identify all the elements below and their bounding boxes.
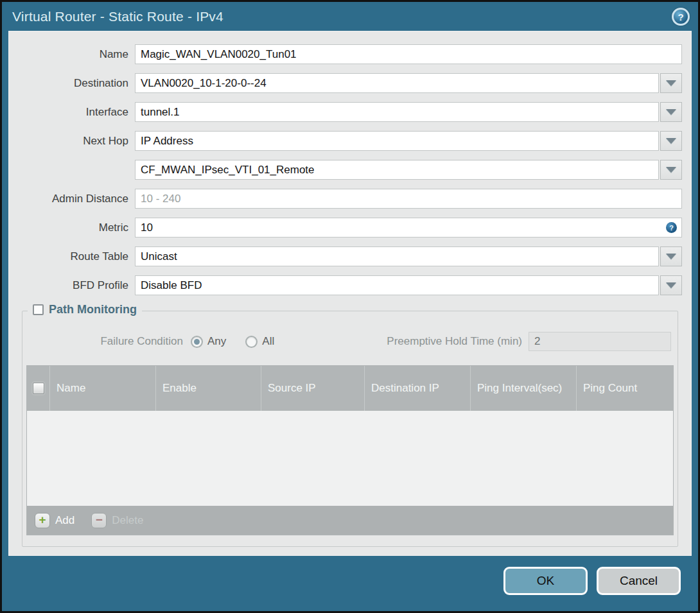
next-hop-address-input[interactable]: [135, 160, 659, 180]
add-button-label: Add: [55, 514, 74, 527]
bfd-profile-label: BFD Profile: [9, 279, 135, 292]
table-header-select: [27, 366, 50, 411]
delete-button[interactable]: − Delete: [91, 513, 143, 528]
table-body-empty: [27, 411, 673, 506]
chevron-down-icon: [666, 109, 676, 115]
form-row-bfd-profile: BFD Profile: [9, 275, 682, 295]
chevron-down-icon: [666, 282, 676, 288]
radio-all-label: All: [262, 335, 274, 348]
form-row-admin-distance: Admin Distance: [9, 189, 682, 209]
metric-info-icon[interactable]: ?: [666, 222, 677, 233]
failure-condition-any-option: Any: [191, 335, 226, 348]
form-row-interface: Interface: [9, 102, 682, 122]
route-table-label: Route Table: [9, 250, 135, 263]
path-monitoring-table: Name Enable Source IP Destination IP Pin…: [26, 365, 674, 535]
radio-all[interactable]: [245, 336, 258, 348]
help-icon[interactable]: ?: [672, 8, 690, 26]
chevron-down-icon: [666, 167, 676, 173]
chevron-down-icon: [666, 254, 676, 259]
destination-input[interactable]: [135, 73, 659, 93]
name-label: Name: [9, 48, 135, 61]
interface-dropdown-button[interactable]: [660, 102, 682, 122]
form-row-metric: Metric ?: [9, 218, 682, 237]
table-toolbar: + Add − Delete: [27, 506, 673, 535]
form-row-next-hop: Next Hop: [9, 131, 682, 151]
form-row-name: Name: [9, 44, 682, 64]
dialog-content: Name Destination Interface: [8, 31, 692, 556]
column-header-name: Name: [50, 366, 156, 411]
route-table-input[interactable]: [135, 246, 659, 266]
cancel-button[interactable]: Cancel: [597, 567, 681, 595]
bfd-profile-dropdown-button[interactable]: [660, 275, 682, 295]
chevron-down-icon: [666, 80, 676, 86]
column-header-enable: Enable: [156, 366, 261, 411]
next-hop-dropdown-button[interactable]: [660, 131, 682, 151]
table-header-row: Name Enable Source IP Destination IP Pin…: [27, 366, 673, 411]
failure-condition-label: Failure Condition: [22, 335, 191, 348]
next-hop-address-dropdown-button[interactable]: [660, 160, 682, 180]
delete-icon: −: [91, 513, 107, 528]
dialog-title: Virtual Router - Static Route - IPv4: [12, 9, 223, 24]
preemptive-hold-time-label: Preemptive Hold Time (min): [387, 335, 529, 348]
destination-dropdown-button[interactable]: [660, 73, 682, 93]
bfd-profile-input[interactable]: [135, 275, 659, 295]
column-header-destination-ip: Destination IP: [365, 366, 471, 411]
path-monitoring-title: Path Monitoring: [49, 303, 137, 316]
add-button[interactable]: + Add: [35, 513, 74, 528]
radio-any[interactable]: [191, 336, 203, 348]
next-hop-label: Next Hop: [9, 135, 135, 148]
ok-button[interactable]: OK: [503, 567, 588, 595]
destination-label: Destination: [9, 77, 135, 90]
metric-input[interactable]: [135, 218, 682, 237]
radio-any-label: Any: [207, 335, 226, 348]
failure-condition-all-option: All: [245, 335, 274, 348]
chevron-down-icon: [666, 138, 676, 144]
interface-input[interactable]: [135, 102, 659, 122]
path-monitoring-checkbox[interactable]: [33, 304, 44, 315]
select-all-checkbox[interactable]: [33, 383, 44, 394]
admin-distance-input[interactable]: [135, 189, 682, 209]
route-table-dropdown-button[interactable]: [660, 246, 682, 266]
dialog-titlebar: Virtual Router - Static Route - IPv4 ?: [2, 2, 698, 31]
name-input[interactable]: [135, 44, 682, 64]
path-monitoring-section: Path Monitoring Failure Condition Any Al…: [22, 311, 678, 547]
column-header-ping-interval: Ping Interval(sec): [471, 366, 577, 411]
delete-button-label: Delete: [112, 514, 143, 527]
metric-label: Metric: [9, 221, 135, 234]
path-monitoring-options-row: Failure Condition Any All Preemptive Hol…: [22, 332, 678, 351]
add-icon: +: [35, 513, 50, 528]
column-header-source-ip: Source IP: [261, 366, 365, 411]
form-row-destination: Destination: [9, 73, 682, 93]
next-hop-type-input[interactable]: [135, 131, 659, 151]
static-route-dialog: Virtual Router - Static Route - IPv4 ? N…: [0, 0, 700, 613]
interface-label: Interface: [9, 106, 135, 119]
preemptive-hold-time-input[interactable]: [529, 332, 671, 351]
admin-distance-label: Admin Distance: [9, 193, 135, 205]
path-monitoring-legend: Path Monitoring: [28, 303, 142, 316]
form-row-next-hop-address: [9, 160, 682, 180]
column-header-ping-count: Ping Count: [577, 366, 673, 411]
dialog-footer: OK Cancel: [2, 556, 698, 611]
form-row-route-table: Route Table: [9, 246, 682, 266]
